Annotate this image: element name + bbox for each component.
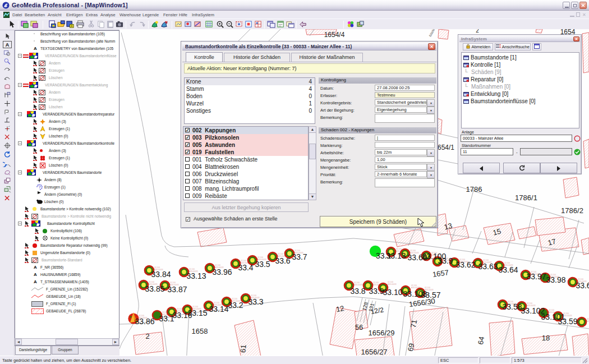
- svg-text:33.62: 33.62: [455, 260, 475, 269]
- svg-text:33.97: 33.97: [526, 272, 546, 281]
- svg-text:A33-00033: A33-00033: [388, 283, 397, 285]
- svg-text:33.86: 33.86: [135, 317, 154, 326]
- svg-text:33.14: 33.14: [209, 305, 228, 314]
- svg-text:33.84: 33.84: [151, 270, 171, 279]
- svg-text:1658: 1658: [192, 327, 208, 335]
- svg-text:1656/27: 1656/27: [361, 348, 388, 356]
- svg-text:33.63: 33.63: [478, 262, 498, 271]
- svg-text:33.9: 33.9: [369, 287, 384, 296]
- svg-text:1654/4: 1654/4: [324, 31, 345, 39]
- svg-text:A33-00033: A33-00033: [354, 284, 363, 286]
- svg-text:71: 71: [409, 319, 418, 329]
- svg-text:33.58: 33.58: [502, 302, 522, 311]
- svg-text:33.2: 33.2: [228, 301, 243, 310]
- svg-text:33.13: 33.13: [186, 271, 206, 280]
- svg-text:69: 69: [406, 343, 416, 352]
- svg-text:2: 2: [476, 29, 479, 34]
- svg-text:33.13: 33.13: [386, 251, 406, 260]
- svg-text:33.15: 33.15: [187, 308, 207, 317]
- svg-text:33.59: 33.59: [558, 317, 577, 326]
- svg-text:?: ?: [38, 185, 41, 190]
- svg-text:33.3: 33.3: [248, 297, 263, 306]
- svg-text:33.6: 33.6: [275, 256, 290, 265]
- svg-text:33.6: 33.6: [576, 281, 589, 290]
- svg-text:12: 12: [335, 304, 345, 314]
- svg-text:1786/1: 1786/1: [515, 193, 537, 202]
- svg-text:1786/2: 1786/2: [561, 206, 583, 215]
- svg-text:33.98: 33.98: [546, 275, 565, 284]
- svg-text:18: 18: [542, 334, 550, 342]
- svg-text:56: 56: [355, 323, 363, 331]
- svg-text:64: 64: [476, 336, 486, 345]
- svg-text:33.7: 33.7: [292, 252, 307, 261]
- svg-text:1786: 1786: [466, 185, 482, 193]
- svg-text:1656/29: 1656/29: [369, 329, 395, 337]
- svg-text:33.10: 33.10: [383, 288, 402, 297]
- svg-text:33.87: 33.87: [167, 285, 187, 294]
- svg-text:33.8: 33.8: [350, 287, 365, 296]
- svg-text:61: 61: [238, 344, 247, 353]
- svg-text:33.9: 33.9: [438, 256, 453, 265]
- svg-text:2: 2: [145, 332, 149, 340]
- svg-text:654/1: 654/1: [438, 144, 454, 151]
- svg-text:33.4: 33.4: [238, 263, 253, 272]
- svg-text:33.5: 33.5: [255, 260, 270, 269]
- svg-text:33.85: 33.85: [145, 284, 164, 293]
- svg-text:33.96: 33.96: [212, 268, 232, 277]
- svg-text:A33-00033: A33-00033: [587, 320, 589, 322]
- svg-text:33.64: 33.64: [498, 265, 518, 274]
